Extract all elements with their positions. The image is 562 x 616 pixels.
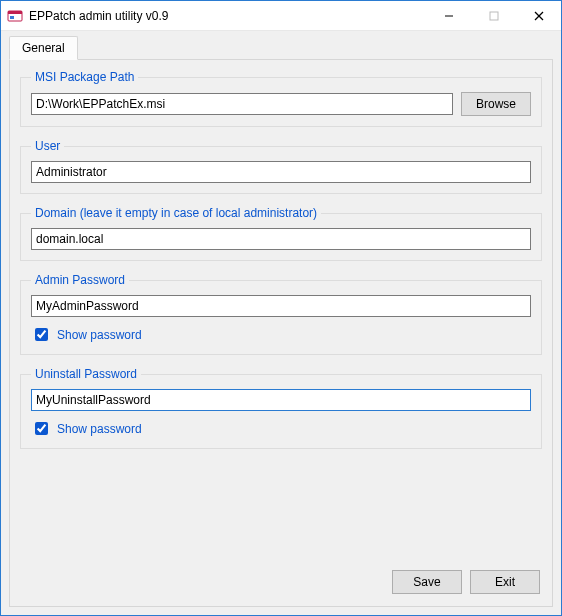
uninstall-show-password-label[interactable]: Show password	[57, 422, 142, 436]
close-button[interactable]	[516, 1, 561, 30]
group-user: User	[20, 139, 542, 194]
maximize-button	[471, 1, 516, 30]
svg-rect-4	[490, 12, 498, 20]
tab-content-general: MSI Package Path Browse User Domain (lea…	[9, 59, 553, 607]
app-icon	[7, 8, 23, 24]
bottom-button-bar: Save Exit	[20, 566, 542, 596]
window-title: EPPatch admin utility v0.9	[29, 9, 426, 23]
group-admin-password: Admin Password Show password	[20, 273, 542, 355]
msi-path-input[interactable]	[31, 93, 453, 115]
msi-legend: MSI Package Path	[31, 70, 138, 84]
admin-password-legend: Admin Password	[31, 273, 129, 287]
title-bar: EPPatch admin utility v0.9	[1, 1, 561, 31]
tab-strip: General	[1, 31, 561, 59]
svg-rect-1	[8, 11, 22, 14]
uninstall-password-legend: Uninstall Password	[31, 367, 141, 381]
admin-password-input[interactable]	[31, 295, 531, 317]
minimize-button[interactable]	[426, 1, 471, 30]
admin-show-password-checkbox[interactable]	[35, 328, 48, 341]
svg-rect-2	[10, 16, 14, 19]
exit-button[interactable]: Exit	[470, 570, 540, 594]
group-msi-package-path: MSI Package Path Browse	[20, 70, 542, 127]
user-legend: User	[31, 139, 64, 153]
group-domain: Domain (leave it empty in case of local …	[20, 206, 542, 261]
app-window: EPPatch admin utility v0.9 General MSI P…	[0, 0, 562, 616]
group-uninstall-password: Uninstall Password Show password	[20, 367, 542, 449]
window-buttons	[426, 1, 561, 30]
uninstall-password-input[interactable]	[31, 389, 531, 411]
user-input[interactable]	[31, 161, 531, 183]
browse-button[interactable]: Browse	[461, 92, 531, 116]
save-button[interactable]: Save	[392, 570, 462, 594]
admin-show-password-label[interactable]: Show password	[57, 328, 142, 342]
tab-general[interactable]: General	[9, 36, 78, 60]
uninstall-show-password-checkbox[interactable]	[35, 422, 48, 435]
domain-legend: Domain (leave it empty in case of local …	[31, 206, 321, 220]
spacer	[20, 461, 542, 566]
domain-input[interactable]	[31, 228, 531, 250]
